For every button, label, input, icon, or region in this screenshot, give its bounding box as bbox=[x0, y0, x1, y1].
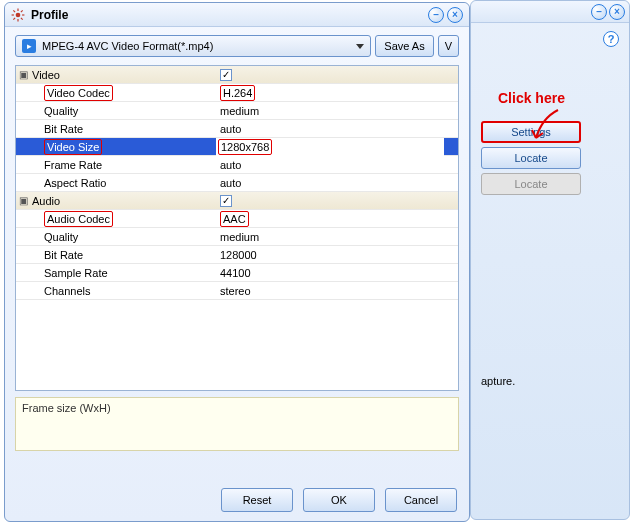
locate-button[interactable]: Locate bbox=[481, 147, 581, 169]
row-audio-sample[interactable]: Sample Rate 44100 bbox=[16, 264, 458, 282]
prop-value[interactable]: auto bbox=[216, 123, 458, 135]
prop-label: Channels bbox=[30, 285, 216, 297]
locate-disabled-button: Locate bbox=[481, 173, 581, 195]
svg-line-8 bbox=[21, 10, 23, 12]
prop-value[interactable]: 128000 bbox=[216, 249, 458, 261]
gear-icon bbox=[11, 8, 25, 22]
close-icon[interactable]: × bbox=[447, 7, 463, 23]
property-grid: ▣ Video ✓ Video Codec H.264 Quality medi… bbox=[15, 65, 459, 391]
prop-value[interactable]: auto bbox=[216, 159, 458, 171]
close-icon[interactable]: × bbox=[609, 4, 625, 20]
row-audio-quality[interactable]: Quality medium bbox=[16, 228, 458, 246]
section-video[interactable]: ▣ Video ✓ bbox=[16, 66, 458, 84]
profile-dialog: Profile – × ▸ MPEG-4 AVC Video Format(*.… bbox=[4, 2, 470, 522]
chevron-down-icon bbox=[356, 44, 364, 49]
format-select[interactable]: ▸ MPEG-4 AVC Video Format(*.mp4) bbox=[15, 35, 371, 57]
prop-value[interactable]: 44100 bbox=[216, 267, 458, 279]
row-video-size[interactable]: Video Size 1280x768 bbox=[16, 138, 458, 156]
row-video-codec[interactable]: Video Codec H.264 bbox=[16, 84, 458, 102]
prop-value[interactable]: medium bbox=[216, 105, 458, 117]
prop-label: Quality bbox=[30, 231, 216, 243]
row-video-fps[interactable]: Frame Rate auto bbox=[16, 156, 458, 174]
background-window: – × ? Settings Locate Locate apture. bbox=[470, 0, 630, 520]
save-as-button[interactable]: Save As bbox=[375, 35, 433, 57]
format-selected-label: MPEG-4 AVC Video Format(*.mp4) bbox=[42, 40, 213, 52]
prop-label: Bit Rate bbox=[30, 123, 216, 135]
row-audio-codec[interactable]: Audio Codec AAC bbox=[16, 210, 458, 228]
row-audio-bitrate[interactable]: Bit Rate 128000 bbox=[16, 246, 458, 264]
chevron-down-icon[interactable] bbox=[446, 144, 454, 149]
help-icon[interactable]: ? bbox=[603, 31, 619, 47]
toolbar: ▸ MPEG-4 AVC Video Format(*.mp4) Save As… bbox=[5, 27, 469, 65]
minimize-icon[interactable]: – bbox=[591, 4, 607, 20]
prop-label: Aspect Ratio bbox=[30, 177, 216, 189]
prop-label: Sample Rate bbox=[30, 267, 216, 279]
hint-box: Frame size (WxH) bbox=[15, 397, 459, 451]
prop-value[interactable]: AAC bbox=[220, 211, 249, 227]
collapse-icon[interactable]: ▣ bbox=[16, 69, 30, 80]
row-video-bitrate[interactable]: Bit Rate auto bbox=[16, 120, 458, 138]
section-audio[interactable]: ▣ Audio ✓ bbox=[16, 192, 458, 210]
prop-value[interactable]: stereo bbox=[216, 285, 458, 297]
collapse-icon[interactable]: ▣ bbox=[16, 195, 30, 206]
annotation-text: Click here bbox=[498, 90, 565, 106]
bg-titlebar: – × bbox=[471, 1, 629, 23]
prop-label: Audio Codec bbox=[44, 211, 113, 227]
prop-label: Video Size bbox=[44, 139, 102, 155]
row-video-quality[interactable]: Quality medium bbox=[16, 102, 458, 120]
svg-line-6 bbox=[21, 17, 23, 19]
prop-label: Frame Rate bbox=[30, 159, 216, 171]
minimize-icon[interactable]: – bbox=[428, 7, 444, 23]
format-icon: ▸ bbox=[22, 39, 36, 53]
prop-label: Quality bbox=[30, 105, 216, 117]
row-video-aspect[interactable]: Aspect Ratio auto bbox=[16, 174, 458, 192]
prop-value[interactable]: auto bbox=[216, 177, 458, 189]
prop-label: Video Codec bbox=[44, 85, 113, 101]
dialog-title: Profile bbox=[31, 8, 68, 22]
dialog-titlebar: Profile – × bbox=[5, 3, 469, 27]
svg-point-0 bbox=[16, 12, 21, 17]
reset-button[interactable]: Reset bbox=[221, 488, 293, 512]
annotation-arrow-icon bbox=[530, 108, 570, 148]
cancel-button[interactable]: Cancel bbox=[385, 488, 457, 512]
partial-text: apture. bbox=[481, 375, 619, 387]
prop-value[interactable]: medium bbox=[216, 231, 458, 243]
section-label: Video bbox=[30, 69, 216, 81]
dialog-footer: Reset OK Cancel bbox=[5, 479, 469, 521]
svg-line-5 bbox=[13, 10, 15, 12]
v-button[interactable]: V bbox=[438, 35, 459, 57]
video-checkbox[interactable]: ✓ bbox=[220, 69, 232, 81]
section-label: Audio bbox=[30, 195, 216, 207]
prop-value[interactable]: 1280x768 bbox=[218, 139, 272, 155]
prop-value[interactable]: H.264 bbox=[220, 85, 255, 101]
ok-button[interactable]: OK bbox=[303, 488, 375, 512]
svg-line-7 bbox=[13, 17, 15, 19]
prop-label: Bit Rate bbox=[30, 249, 216, 261]
row-audio-channels[interactable]: Channels stereo bbox=[16, 282, 458, 300]
audio-checkbox[interactable]: ✓ bbox=[220, 195, 232, 207]
